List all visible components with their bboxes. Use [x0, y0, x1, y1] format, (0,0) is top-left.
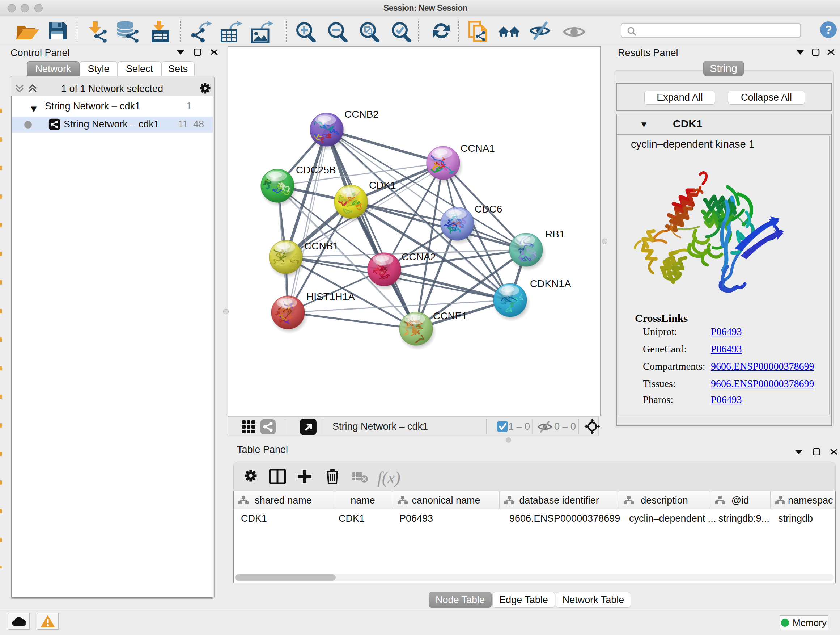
svg-text:CDK1: CDK1: [369, 180, 396, 191]
svg-text:CDC25B: CDC25B: [296, 165, 336, 176]
svg-text:CDC6: CDC6: [475, 203, 502, 215]
svg-text:CCNB1: CCNB1: [304, 241, 339, 252]
svg-text:CCNA2: CCNA2: [401, 251, 436, 263]
svg-text:CCNA1: CCNA1: [461, 143, 495, 154]
svg-text:CDKN1A: CDKN1A: [530, 278, 571, 289]
svg-text:CCNB2: CCNB2: [344, 109, 379, 120]
svg-text:CCNE1: CCNE1: [433, 310, 467, 321]
svg-text:HIST1H1A: HIST1H1A: [306, 291, 355, 302]
svg-text:?: ?: [825, 23, 832, 36]
svg-text:RB1: RB1: [545, 228, 565, 240]
